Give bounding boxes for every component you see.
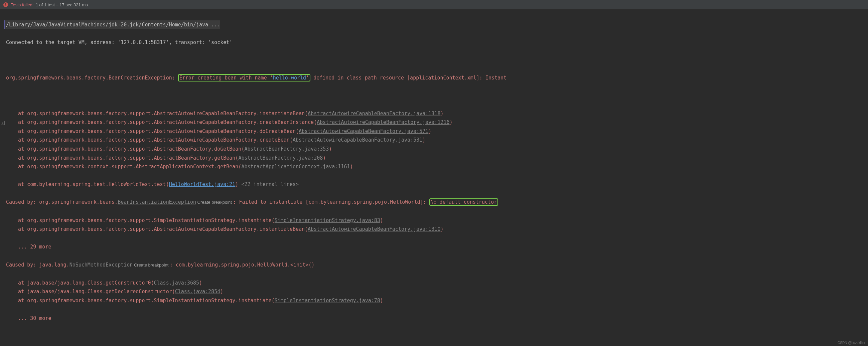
source-link[interactable]: Class.java:2854 [175, 288, 220, 294]
watermark: CSDN @buzzkiller [838, 341, 865, 345]
java-command: /Library/Java/JavaVirtualMachines/jdk-20… [4, 20, 220, 29]
test-status-bar: ! Tests failed: 1 of 1 test – 17 sec 321… [0, 0, 868, 9]
source-link[interactable]: AbstractBeanFactory.java:353 [244, 146, 329, 152]
stack-line: at java.base/java.lang.Class.getConstruc… [6, 280, 154, 286]
source-link[interactable]: AbstractAutowireCapableBeanFactory.java:… [308, 111, 440, 117]
stack-line: at org.springframework.beans.factory.sup… [6, 146, 244, 152]
source-link[interactable]: Class.java:3685 [154, 280, 199, 286]
user-test-link[interactable]: HelloWorldTest.java:21 [169, 181, 236, 187]
exception-class-link[interactable]: BeanInstantiationException [118, 199, 196, 205]
source-link[interactable]: AbstractBeanFactory.java:208 [238, 155, 323, 161]
exception-prefix: org.springframework.beans.factory.BeanCr… [6, 75, 178, 81]
source-link[interactable]: AbstractAutowireCapableBeanFactory.java:… [308, 226, 440, 232]
highlight-no-constructor: No default constructor [429, 198, 498, 206]
expand-fold-icon[interactable]: + [1, 121, 5, 125]
stack-line: at org.springframework.context.support.A… [6, 164, 241, 170]
caused-by-2: Caused by: java.lang. [6, 262, 69, 268]
source-link[interactable]: SimpleInstantiationStrategy.java:83 [275, 217, 380, 223]
exception-class-link[interactable]: NoSuchMethodException [69, 262, 133, 268]
source-link[interactable]: AbstractAutowireCapableBeanFactory.java:… [293, 137, 422, 143]
highlight-bean-error: Error creating bean with name 'hello-wor… [178, 74, 310, 82]
source-link[interactable]: AbstractApplicationContext.java:1161 [241, 164, 350, 170]
source-link[interactable]: AbstractAutowireCapableBeanFactory.java:… [317, 119, 450, 125]
create-breakpoint-button[interactable]: Create breakpoint [196, 200, 233, 205]
fail-label: Tests failed: [11, 2, 34, 7]
vm-connected: Connected to the target VM, address: '12… [6, 39, 232, 45]
internal-lines-fold[interactable]: <22 internal lines> [238, 181, 299, 187]
stack-line: at org.springframework.beans.factory.sup… [6, 217, 275, 223]
stack-line: at com.bylearning.spring.test.HelloWorld… [6, 181, 169, 187]
stack-line: at org.springframework.beans.factory.sup… [6, 155, 238, 161]
more-frames: ... 30 more [6, 315, 51, 321]
fail-count: 1 of 1 test – 17 sec 321 ms [36, 2, 88, 7]
source-link[interactable]: AbstractAutowireCapableBeanFactory.java:… [299, 128, 428, 134]
stack-line: at org.springframework.beans.factory.sup… [6, 111, 308, 117]
stack-line: at org.springframework.beans.factory.sup… [6, 297, 275, 304]
create-breakpoint-button[interactable]: Create breakpoint [133, 262, 170, 268]
exception-suffix: defined in class path resource [applicat… [310, 75, 506, 81]
bean-name-link[interactable]: hello-world [273, 75, 306, 81]
stack-line: at java.base/java.lang.Class.getDeclared… [6, 288, 175, 294]
console-output: /Library/Java/JavaVirtualMachines/jdk-20… [0, 9, 868, 332]
stack-line: at org.springframework.beans.factory.sup… [6, 128, 299, 134]
more-frames: ... 29 more [6, 244, 51, 250]
fail-icon: ! [3, 2, 8, 7]
stack-line: at org.springframework.beans.factory.sup… [6, 137, 293, 143]
stack-line: at org.springframework.beans.factory.sup… [6, 119, 317, 125]
stack-line: at org.springframework.beans.factory.sup… [6, 226, 308, 232]
caused-by-1: Caused by: org.springframework.beans. [6, 199, 118, 205]
source-link[interactable]: SimpleInstantiationStrategy.java:78 [275, 297, 380, 304]
